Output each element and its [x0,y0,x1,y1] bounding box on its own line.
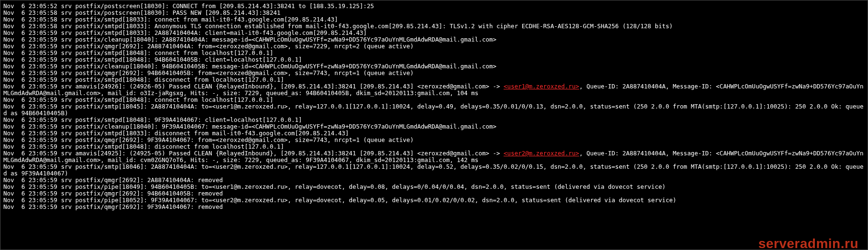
log-line: Nov 6 23:05:59 srv postfix/qmgr[2692]: 9… [3,190,223,197]
log-line: Nov 6 23:05:59 srv postfix/smtpd[18033]:… [3,29,367,36]
log-line: Nov 6 23:05:58 srv postfix/smtpd[18033]:… [3,22,673,30]
log-line: Nov 6 23:05:52 srv postfix/postscreen[18… [3,2,374,10]
highlighted-recipient: <user2@m.zeroxzed.ru> [504,150,579,157]
log-line: Nov 6 23:05:59 srv postfix/smtpd[18048]:… [3,96,273,103]
highlighted-recipient: <user1@m.zeroxzed.ru> [504,83,579,90]
log-line: Nov 6 23:05:59 srv postfix/qmgr[2692]: 2… [3,43,414,50]
log-line: Nov 6 23:05:58 srv postfix/smtpd[18033]:… [3,16,338,23]
log-line: Nov 6 23:05:59 srv postfix/pipe[18049]: … [3,183,666,190]
log-line: Nov 6 23:05:59 srv postfix/smtp[18045]: … [3,103,864,117]
log-line: Nov 6 23:05:59 srv postfix/qmgr[2692]: 2… [3,176,223,184]
log-line: Nov 6 23:05:59 srv postfix/smtpd[18033]:… [3,130,349,137]
log-line: Nov 6 23:05:59 srv postfix/qmgr[2692]: 9… [3,136,414,143]
log-line: Nov 6 23:05:59 srv postfix/cleanup[18040… [3,63,496,70]
log-line: Nov 6 23:05:59 srv postfix/cleanup[18040… [3,36,496,43]
log-line: Nov 6 23:05:59 srv postfix/qmgr[2692]: 9… [3,69,414,76]
terminal-log-output[interactable]: Nov 6 23:05:52 srv postfix/postscreen[18… [0,0,868,250]
log-line: Nov 6 23:05:59 srv postfix/cleanup[18040… [3,123,496,130]
log-line: Nov 6 23:05:59 srv postfix/smtpd[18048]:… [3,143,284,150]
log-line: Nov 6 23:05:59 srv postfix/smtp[18046]: … [3,163,864,177]
log-line: Nov 6 23:05:59 srv postfix/smtpd[18048]:… [3,49,273,56]
log-line: Nov 6 23:05:59 srv postfix/pipe[18052]: … [3,196,676,204]
log-line: Nov 6 23:05:59 srv amavis[24925]: (24925… [3,150,864,163]
log-line: Nov 6 23:05:59 srv postfix/qmgr[2692]: 9… [3,203,223,210]
log-line: Nov 6 23:05:59 srv postfix/smtpd[18048]:… [3,76,284,83]
log-line: Nov 6 23:05:59 srv postfix/smtpd[18048]:… [3,56,302,63]
log-line: Nov 6 23:05:59 srv amavis[24926]: (24926… [3,83,864,97]
log-line: Nov 6 23:05:58 srv postfix/postscreen[18… [3,9,280,16]
log-line: Nov 6 23:05:59 srv postfix/smtpd[18048]:… [3,116,302,123]
